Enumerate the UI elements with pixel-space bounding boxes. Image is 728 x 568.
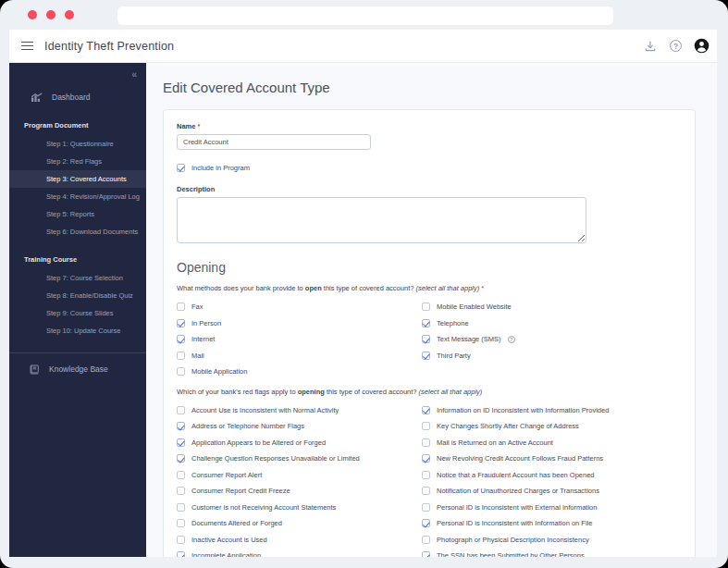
checkbox-unchecked-icon[interactable] [177,471,185,479]
checkbox-internet[interactable]: Internet [177,331,422,348]
checkbox-fax[interactable]: Fax [177,299,422,315]
sidebar-item-knowledge-base[interactable]: Knowledge Base [9,360,146,378]
checkbox-unchecked-icon[interactable] [422,438,430,447]
checkbox-challenge-question-responses-unavailable-or-limited[interactable]: Challenge Question Responses Unavailable… [177,451,422,467]
book-icon [30,364,40,375]
window-maximize-button[interactable] [65,10,74,19]
checkbox-text-message-sms[interactable]: Text Message (SMS)? [422,331,682,348]
checkbox-unchecked-icon[interactable] [422,503,430,512]
checkbox-mail-is-returned-on-an-active-account[interactable]: Mail is Returned on an Active Account [422,435,682,451]
checkbox-unchecked-icon[interactable] [422,487,430,495]
sidebar-item-step-2-red-flags[interactable]: Step 2: Red Flags [9,153,146,170]
checkbox-checked-icon[interactable] [177,335,185,343]
dashboard-chart-icon [31,93,43,103]
checkbox-mobile-enabled-website[interactable]: Mobile Enabled Website [422,299,682,315]
name-input[interactable] [177,134,371,150]
checkbox-unchecked-icon[interactable] [177,519,185,527]
checkbox-application-appears-to-be-altered-or-forged[interactable]: Application Appears to be Altered or For… [177,435,422,451]
checkbox-label: Notice that a Fraudulent Account has bee… [437,471,595,479]
help-icon[interactable]: ? [508,336,515,343]
checkbox-consumer-report-alert[interactable]: Consumer Report Alert [177,467,422,484]
checkbox-unchecked-icon[interactable] [177,503,185,512]
checkbox-unchecked-icon[interactable] [177,367,185,376]
checkbox-label: Third Party [437,352,471,360]
sidebar-item-step-6-download-documents[interactable]: Step 6: Download Documents [9,223,146,241]
checkbox-include-in-program[interactable]: Include in Program [177,164,682,172]
checkbox-label: Internet [191,335,215,343]
checkbox-unchecked-icon[interactable] [422,471,430,479]
checkbox-checked-icon[interactable] [177,454,185,463]
sidebar-item-step-4-revision-approval-log[interactable]: Step 4: Revision/Approval Log [9,188,146,205]
checkbox-unchecked-icon[interactable] [422,303,430,311]
checkbox-mobile-application[interactable]: Mobile Application [177,364,422,380]
sidebar-item-label: Knowledge Base [49,364,108,374]
sidebar-item-step-7-course-selection[interactable]: Step 7: Course Selection [9,269,146,287]
window-minimize-button[interactable] [46,10,56,19]
checkbox-checked-icon[interactable] [422,551,430,557]
checkbox-label: Consumer Report Alert [191,471,262,479]
checkbox-label: Consumer Report Credit Freeze [191,487,290,495]
methods-checkbox-grid: FaxIn PersonInternetMailMobile Applicati… [177,299,682,380]
checkbox-label: Documents Altered or Forged [191,519,282,527]
checkbox-checked-icon[interactable] [177,164,185,172]
sidebar-item-dashboard[interactable]: Dashboard [9,88,146,106]
checkbox-personal-id-is-inconsistent-with-information-on-file[interactable]: Personal ID is Inconsistent with Informa… [422,515,682,532]
checkbox-new-revolving-credit-account-follows-fraud-patterns[interactable]: New Revolving Credit Account Follows Fra… [422,451,682,467]
checkbox-the-ssn-has-been-submitted-by-other-persons[interactable]: The SSN has been Submitted by Other Pers… [422,548,682,557]
checkbox-consumer-report-credit-freeze[interactable]: Consumer Report Credit Freeze [177,483,422,500]
sidebar-item-step-9-course-slides[interactable]: Step 9: Course Slides [9,304,146,322]
sidebar-item-step-3-covered-accounts[interactable]: Step 3: Covered Accounts [9,170,146,188]
checkbox-checked-icon[interactable] [422,352,430,360]
sidebar-item-step-1-questionnaire[interactable]: Step 1: Questionnaire [9,135,146,153]
checkbox-address-or-telephone-number-flags[interactable]: Address or Telephone Number Flags [177,418,422,435]
checkbox-notice-that-a-fraudulent-account-has-been-opened[interactable]: Notice that a Fraudulent Account has bee… [422,467,682,484]
account-avatar[interactable] [694,38,709,54]
description-textarea[interactable] [177,197,586,243]
checkbox-unchecked-icon[interactable] [177,406,185,414]
checkbox-label: New Revolving Credit Account Follows Fra… [437,454,603,463]
checkbox-notification-of-unauthorized-charges-or-transactions[interactable]: Notification of Unauthorized Charges or … [422,483,682,500]
checkbox-label: Challenge Question Responses Unavailable… [191,454,360,463]
page-title: Edit Covered Account Type [163,80,717,95]
checkbox-customer-is-not-receiving-account-statements[interactable]: Customer is not Receiving Account Statem… [177,500,422,516]
checkbox-in-person[interactable]: In Person [177,315,422,332]
checkbox-unchecked-icon[interactable] [177,536,185,544]
checkbox-checked-icon[interactable] [422,406,430,414]
checkbox-checked-icon[interactable] [177,551,185,557]
checkbox-key-changes-shortly-after-change-of-address[interactable]: Key Changes Shortly After Change of Addr… [422,418,682,435]
browser-window: Identity Theft Prevention ? « [0,0,728,568]
red-flags-question: Which of your bank's red flags apply to … [177,388,682,397]
address-bar[interactable] [117,6,613,25]
help-icon[interactable]: ? [668,38,684,54]
checkbox-account-use-is-inconsistent-with-normal-activity[interactable]: Account Use is Inconsistent with Normal … [177,402,422,419]
checkbox-unchecked-icon[interactable] [422,536,430,544]
checkbox-documents-altered-or-forged[interactable]: Documents Altered or Forged [177,515,422,532]
checkbox-personal-id-is-inconsistent-with-external-information[interactable]: Personal ID is Inconsistent with Externa… [422,500,682,516]
checkbox-incomplete-application[interactable]: Incomplete Application [177,548,422,557]
checkbox-checked-icon[interactable] [177,438,185,447]
checkbox-third-party[interactable]: Third Party [422,348,682,364]
sidebar-item-step-8-enable-disable-quiz[interactable]: Step 8: Enable/Disable Quiz [9,287,146,304]
checkbox-checked-icon[interactable] [422,335,430,343]
window-close-button[interactable] [28,10,37,19]
checkbox-photograph-or-physical-description-inconsistency[interactable]: Photograph or Physical Description Incon… [422,532,682,549]
sidebar-collapse-icon[interactable]: « [9,63,146,80]
checkbox-checked-icon[interactable] [177,422,185,430]
checkbox-checked-icon[interactable] [177,319,185,327]
download-icon[interactable] [642,38,658,54]
checkbox-unchecked-icon[interactable] [177,303,185,311]
checkbox-inactive-account-is-used[interactable]: Inactive Account is Used [177,532,422,549]
hamburger-menu-icon[interactable] [21,42,33,51]
checkbox-information-on-id-inconsistent-with-information-provided[interactable]: Information on ID Inconsistent with Info… [422,402,682,419]
checkbox-checked-icon[interactable] [422,454,430,463]
sidebar-item-step-5-reports[interactable]: Step 5: Reports [9,205,146,223]
checkbox-telephone[interactable]: Telephone [422,315,682,332]
checkbox-checked-icon[interactable] [422,319,430,327]
checkbox-unchecked-icon[interactable] [422,422,430,430]
checkbox-unchecked-icon[interactable] [177,487,185,495]
sidebar-item-step-10-update-course[interactable]: Step 10: Update Course [9,322,146,340]
checkbox-mail[interactable]: Mail [177,348,422,364]
checkbox-label: Notification of Unauthorized Charges or … [437,487,599,495]
checkbox-checked-icon[interactable] [422,519,430,527]
checkbox-unchecked-icon[interactable] [177,352,185,360]
